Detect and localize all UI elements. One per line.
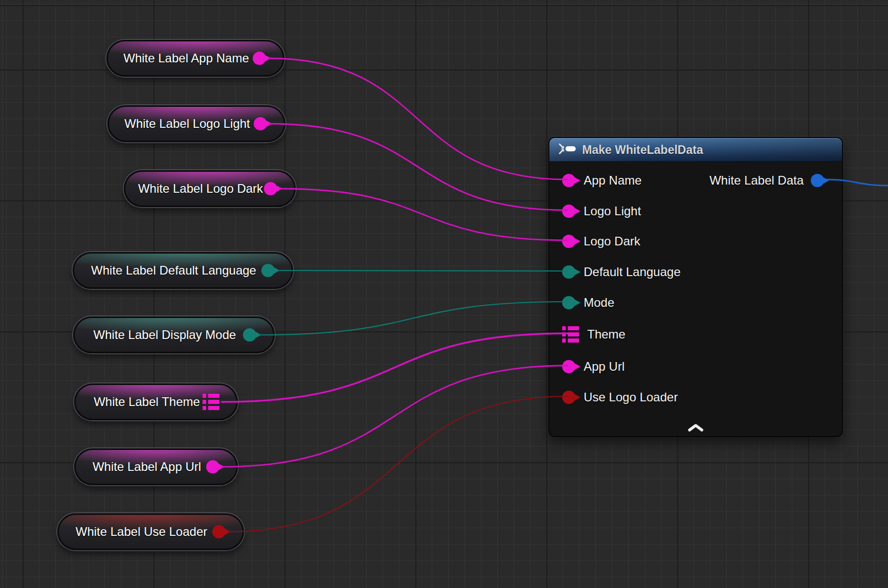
variable-node-white-label-default-language[interactable]: White Label Default Language xyxy=(73,252,293,289)
blueprint-graph-canvas[interactable]: White Label App NameWhite Label Logo Lig… xyxy=(0,0,888,588)
pin-mode-input[interactable] xyxy=(562,296,575,309)
pin-use-logo-loader-input[interactable] xyxy=(562,391,575,404)
variable-node-label: White Label Logo Light xyxy=(124,117,250,131)
variable-node-white-label-theme[interactable]: White Label Theme xyxy=(74,383,238,420)
input-pin-label: App Url xyxy=(584,359,625,374)
variable-node-white-label-logo-light[interactable]: White Label Logo Light xyxy=(107,105,285,142)
make-struct-icon xyxy=(559,143,576,156)
variable-node-label: White Label Default Language xyxy=(91,263,256,278)
pin-theme-input[interactable] xyxy=(562,326,579,343)
pin-white-label-logo-dark-output[interactable] xyxy=(264,182,277,195)
wire-white-label-default-language-to-make-node[interactable] xyxy=(276,270,568,271)
make-node-header[interactable]: Make WhiteLabelData xyxy=(549,138,842,162)
wire-white-label-theme-to-make-node[interactable] xyxy=(221,333,568,402)
input-pin-row-mode: Mode xyxy=(562,294,614,311)
chevron-up-icon[interactable] xyxy=(687,423,704,432)
input-pin-label: Default Language xyxy=(584,265,681,279)
variable-node-label: White Label App Url xyxy=(93,460,201,474)
output-pin-label: White Label Data xyxy=(709,173,804,188)
input-pin-row-theme: Theme xyxy=(562,326,626,343)
pin-logo-dark-input[interactable] xyxy=(562,235,575,248)
variable-node-white-label-app-name[interactable]: White Label App Name xyxy=(106,40,284,77)
make-whitelabeldata-node[interactable]: Make WhiteLabelDataApp NameLogo LightLog… xyxy=(548,137,843,437)
pin-white-label-theme-output[interactable] xyxy=(203,394,219,410)
pin-default-language-input[interactable] xyxy=(562,265,575,279)
input-pin-label: Logo Light xyxy=(584,204,641,218)
input-pin-row-logo-dark: Logo Dark xyxy=(562,233,640,250)
input-pin-label: Theme xyxy=(587,327,626,342)
wire-white-label-logo-dark-to-make-node[interactable] xyxy=(279,189,568,240)
wire-white-label-logo-light-to-make-node[interactable] xyxy=(269,124,568,210)
input-pin-label: Use Logo Loader xyxy=(584,390,678,404)
input-pin-row-app-url: App Url xyxy=(562,358,625,375)
input-pin-label: App Name xyxy=(584,173,641,188)
wire-white-label-app-url-to-make-node[interactable] xyxy=(221,366,568,467)
pin-logo-light-input[interactable] xyxy=(562,205,575,218)
variable-node-white-label-app-url[interactable]: White Label App Url xyxy=(74,448,238,485)
variable-node-white-label-logo-dark[interactable]: White Label Logo Dark xyxy=(124,170,296,207)
pin-white-label-app-name-output[interactable] xyxy=(253,52,266,65)
make-node-title: Make WhiteLabelData xyxy=(582,143,703,157)
pin-app-url-input[interactable] xyxy=(562,360,575,373)
input-pin-row-app-name: App Name xyxy=(562,172,641,189)
input-pin-label: Logo Dark xyxy=(584,234,640,248)
input-pin-row-default-language: Default Language xyxy=(562,263,681,281)
pin-white-label-app-url-output[interactable] xyxy=(206,460,219,473)
variable-node-label: White Label Use Loader xyxy=(76,525,207,539)
pin-white-label-display-mode-output[interactable] xyxy=(243,328,256,342)
variable-node-label: White Label App Name xyxy=(123,51,249,65)
pin-white-label-data-output[interactable] xyxy=(811,174,824,187)
variable-node-white-label-display-mode[interactable]: White Label Display Mode xyxy=(73,316,275,353)
variable-node-label: White Label Logo Dark xyxy=(138,182,263,196)
pin-app-name-input[interactable] xyxy=(562,174,575,187)
wire-white-label-display-mode-to-make-node[interactable] xyxy=(258,302,568,335)
pin-white-label-logo-light-output[interactable] xyxy=(254,117,267,130)
variable-node-label: White Label Display Mode xyxy=(94,328,236,342)
wire-white-label-use-loader-to-make-node[interactable] xyxy=(227,396,568,532)
input-pin-label: Mode xyxy=(584,296,614,310)
input-pin-row-use-logo-loader: Use Logo Loader xyxy=(562,389,678,406)
output-pin-row-white-label-data: White Label Data xyxy=(709,172,824,189)
wire-white-label-app-name-to-make-node[interactable] xyxy=(268,58,568,179)
pin-white-label-use-loader-output[interactable] xyxy=(212,525,226,538)
variable-node-label: White Label Theme xyxy=(94,395,200,409)
variable-node-white-label-use-loader[interactable]: White Label Use Loader xyxy=(57,513,244,550)
pin-white-label-default-language-output[interactable] xyxy=(261,264,275,277)
input-pin-row-logo-light: Logo Light xyxy=(562,202,641,220)
